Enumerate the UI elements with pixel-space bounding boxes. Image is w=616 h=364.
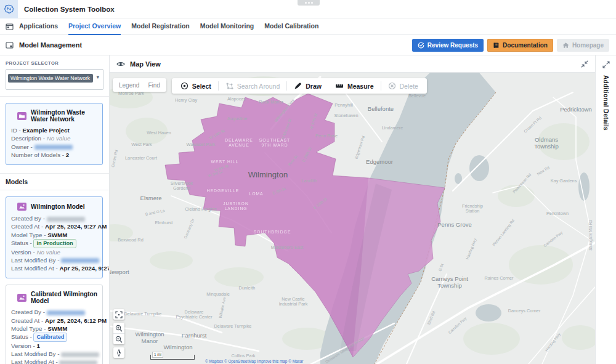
map-label: Augustine xyxy=(227,116,247,121)
map-label: Straughns Mill Rd xyxy=(588,220,593,251)
field-row: Created By - xyxy=(11,308,97,316)
field-value: Apr 25, 2024, 6:12 PM xyxy=(45,317,107,324)
map-header: Map View xyxy=(110,55,595,73)
select-label: Select xyxy=(192,83,211,90)
map-label: Boxwood Rd xyxy=(118,237,143,243)
delete-label: Delete xyxy=(400,83,418,90)
map-label: Henry Clay xyxy=(175,97,197,103)
model-card[interactable]: Wilmington ModelCreated By - Created At … xyxy=(6,196,103,278)
project-card[interactable]: Wilmington Waste Water Network ID - Exam… xyxy=(6,103,103,165)
map-label: Minquadale xyxy=(206,291,230,297)
scale-label: 1 mi xyxy=(152,352,163,358)
app-logo[interactable] xyxy=(0,0,18,18)
zoom-in-button[interactable] xyxy=(113,323,124,333)
draw-button[interactable]: Draw xyxy=(287,78,328,94)
field-value: SWMM xyxy=(47,325,67,332)
search-around-button[interactable]: Search Around xyxy=(219,78,286,94)
compass-button[interactable] xyxy=(113,347,124,358)
legend-button[interactable]: Legend xyxy=(115,82,144,89)
model-image-icon xyxy=(17,203,26,211)
map-label: Elmhurst xyxy=(155,220,173,225)
field-row: Created At - Apr 25, 2024, 9:27 AM xyxy=(11,222,97,230)
tab-applications[interactable]: Applications xyxy=(19,18,58,35)
map-label: Stonehaven xyxy=(334,113,359,118)
zoom-out-button[interactable] xyxy=(113,334,124,344)
sub-header: Model Management Review Requests Documen… xyxy=(0,35,616,55)
measure-icon xyxy=(335,82,344,90)
map-label: Bellefonte xyxy=(368,105,394,112)
map-label: Penns Grove xyxy=(437,221,471,228)
documentation-button[interactable]: Documentation xyxy=(487,39,553,52)
map-label: Psychiatric Center xyxy=(176,314,213,320)
map-label: SOUTHEAST xyxy=(259,138,291,142)
field-value: Example Project xyxy=(23,127,70,134)
map-attribution[interactable]: © Mapbox © OpenStreetMap Improve this ma… xyxy=(205,359,303,363)
delete-button[interactable]: Delete xyxy=(381,78,425,94)
project-card-title: Wilmington Waste Water Network xyxy=(31,109,97,123)
header-actions: Review Requests Documentation Homepage xyxy=(412,39,610,52)
draw-icon xyxy=(294,82,302,90)
tab-model-monitoring[interactable]: Model Monitoring xyxy=(200,18,254,35)
field-value xyxy=(47,217,85,222)
model-card[interactable]: Calibrated Wilmington ModelCreated By - … xyxy=(6,285,103,364)
app-title: Collection System Toolbox xyxy=(24,6,115,13)
tab-project-overview[interactable]: Project Overview xyxy=(68,18,121,35)
homepage-label: Homepage xyxy=(572,42,604,49)
map-label: Carneys Point xyxy=(431,275,468,282)
map-label: Township xyxy=(437,282,462,289)
map-label: Delaware Turnpike xyxy=(214,323,252,329)
home-icon xyxy=(562,42,569,49)
measure-label: Measure xyxy=(347,83,374,90)
field-value: 2 xyxy=(66,152,69,158)
model-card-title: Calibrated Wilmington Model xyxy=(31,291,97,304)
find-button[interactable]: Find xyxy=(144,82,164,89)
map-label: Wawaset Park xyxy=(187,142,216,147)
map-label: Middleboro East xyxy=(271,245,304,250)
field-value: No value xyxy=(36,249,60,256)
additional-details-tab[interactable]: Additional Details xyxy=(602,75,609,131)
fit-extent-button[interactable] xyxy=(113,309,124,320)
homepage-button[interactable]: Homepage xyxy=(557,39,609,52)
field-value: Apr 25, 2024, 9:27 AM xyxy=(59,265,110,272)
more-handle[interactable] xyxy=(298,0,320,6)
map-label: Gardens xyxy=(173,185,190,191)
expand-icon[interactable] xyxy=(602,61,610,68)
map-label: HEDGEVILLE xyxy=(207,188,240,193)
map-label: WEST HILL xyxy=(211,160,239,164)
delete-icon xyxy=(388,82,396,90)
eye-icon xyxy=(116,60,125,68)
collapse-icon[interactable] xyxy=(581,60,588,68)
status-badge: In Production xyxy=(33,239,76,248)
map-label: Wilmington xyxy=(136,331,164,338)
models-heading: Models xyxy=(0,173,109,190)
map-label: Rock Manor xyxy=(259,99,283,105)
select-button[interactable]: Select xyxy=(174,78,218,94)
field-row: Model Type - SWMM xyxy=(11,325,97,333)
map-canvas[interactable]: WilmingtonMonroe ParkHenry ClayAlapocasR… xyxy=(110,73,595,364)
map-label: JUSTISON xyxy=(223,201,249,206)
main-content: PROJECT SELECTOR Wilmington Waste Water … xyxy=(0,55,616,364)
map-label: Elsmere xyxy=(140,195,162,201)
nav-tabs: ApplicationsProject OverviewModel Regist… xyxy=(19,18,318,35)
map-label: Dunleith xyxy=(239,285,256,291)
tab-model-registration[interactable]: Model Registration xyxy=(131,18,190,35)
project-select[interactable]: Wilmington Waste Water Network ✕ ▾ xyxy=(6,69,103,90)
field-row: Created By - xyxy=(11,214,97,222)
map-label: West Park xyxy=(131,142,152,147)
field-row: Last Modified At - xyxy=(11,358,97,364)
map-panel: Map View xyxy=(110,55,595,364)
dropdown-caret-icon[interactable]: ▾ xyxy=(96,74,99,80)
draw-label: Draw xyxy=(306,83,322,90)
measure-button[interactable]: Measure xyxy=(328,78,381,94)
page-title: Model Management xyxy=(19,41,82,49)
field-value: 1 xyxy=(36,342,39,349)
field-row: Created At - Apr 25, 2024, 6:12 PM xyxy=(11,317,97,325)
field-value xyxy=(61,258,99,263)
additional-details-strip: Additional Details xyxy=(595,55,616,364)
model-cards: Wilmington ModelCreated By - Created At … xyxy=(0,196,109,364)
review-requests-button[interactable]: Review Requests xyxy=(412,39,484,52)
map-label: Farnhurst xyxy=(182,332,207,339)
field-value xyxy=(59,360,97,364)
tab-model-calibration[interactable]: Model Calibration xyxy=(264,18,318,35)
model-image-icon xyxy=(17,294,26,302)
